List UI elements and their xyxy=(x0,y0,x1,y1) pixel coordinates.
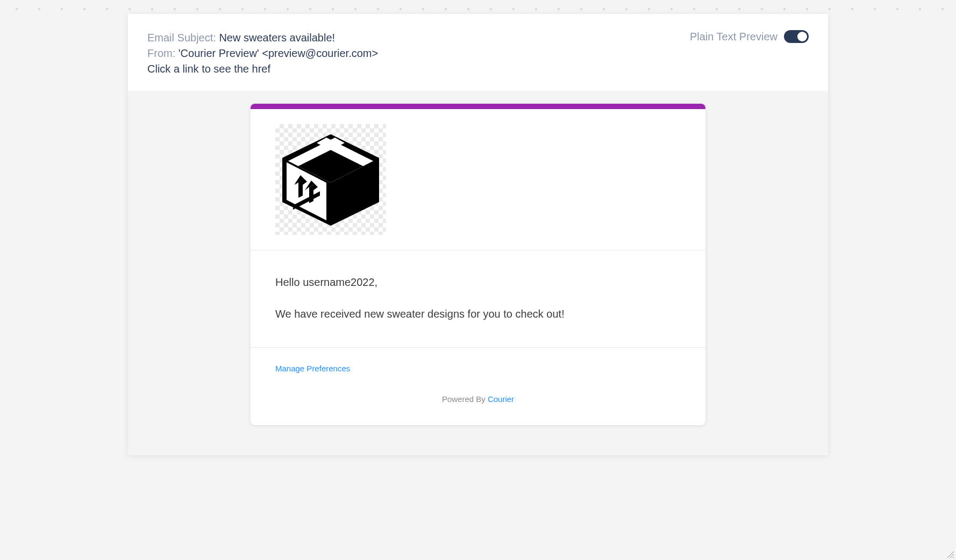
email-logo xyxy=(275,124,386,235)
powered-by-link[interactable]: Courier xyxy=(488,394,514,404)
href-hint: Click a link to see the href xyxy=(147,61,378,77)
email-logo-block xyxy=(251,109,705,250)
toggle-knob xyxy=(797,32,807,41)
email-accent-bar xyxy=(251,104,705,109)
preview-area: Hello username2022, We have received new… xyxy=(128,91,828,455)
header-left: Email Subject: New sweaters available! F… xyxy=(147,30,378,77)
svg-line-19 xyxy=(953,557,954,558)
email-footer: Manage Preferences Powered By Courier xyxy=(251,348,705,425)
svg-line-17 xyxy=(947,551,954,558)
email-body-text: We have received new sweater designs for… xyxy=(275,306,681,322)
box-icon xyxy=(277,131,384,228)
resize-handle-icon[interactable] xyxy=(946,550,954,558)
plain-text-toggle[interactable] xyxy=(784,30,809,43)
manage-preferences-link[interactable]: Manage Preferences xyxy=(275,364,350,373)
preview-header: Email Subject: New sweaters available! F… xyxy=(128,14,828,91)
from-label: From: xyxy=(147,47,175,59)
svg-marker-10 xyxy=(298,180,303,198)
subject-row: Email Subject: New sweaters available! xyxy=(147,30,378,46)
email-container: Hello username2022, We have received new… xyxy=(251,104,705,425)
email-greeting: Hello username2022, xyxy=(275,274,681,291)
subject-label: Email Subject: xyxy=(147,32,216,44)
email-body: Hello username2022, We have received new… xyxy=(251,250,705,348)
powered-by-prefix: Powered By xyxy=(442,394,488,404)
preview-card: Email Subject: New sweaters available! F… xyxy=(128,14,828,455)
powered-by-row: Powered By Courier xyxy=(275,394,681,404)
header-right: Plain Text Preview xyxy=(690,30,809,43)
subject-value: New sweaters available! xyxy=(219,32,335,44)
from-row: From: 'Courier Preview' <preview@courier… xyxy=(147,46,378,61)
from-value: 'Courier Preview' <preview@courier.com> xyxy=(179,47,378,59)
plain-text-label: Plain Text Preview xyxy=(690,31,777,43)
dotted-border-top xyxy=(0,0,956,14)
